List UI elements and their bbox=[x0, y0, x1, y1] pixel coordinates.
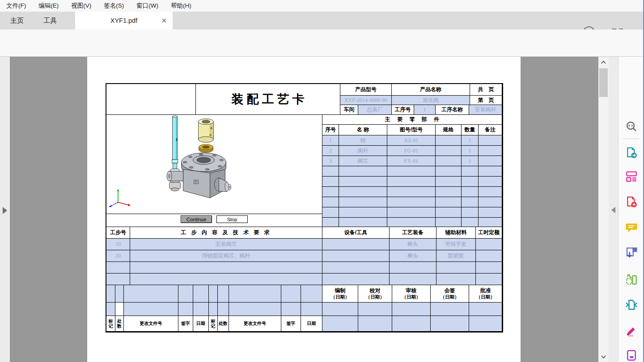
form-field[interactable] bbox=[390, 274, 436, 285]
form-field[interactable]: 阀芯 bbox=[339, 156, 387, 166]
create-pdf-icon[interactable] bbox=[624, 195, 639, 209]
form-field[interactable] bbox=[462, 177, 479, 187]
form-field[interactable] bbox=[339, 197, 387, 207]
form-field[interactable] bbox=[436, 218, 462, 227]
form-field[interactable] bbox=[462, 207, 479, 218]
form-field[interactable] bbox=[476, 250, 502, 262]
search-icon[interactable] bbox=[624, 119, 639, 134]
form-field[interactable] bbox=[462, 187, 479, 197]
form-field[interactable] bbox=[392, 303, 431, 316]
form-field[interactable] bbox=[469, 303, 502, 316]
form-field[interactable]: 10 bbox=[106, 239, 130, 250]
form-field[interactable]: 榔头 bbox=[390, 250, 436, 262]
form-field[interactable] bbox=[358, 316, 392, 332]
form-field[interactable] bbox=[479, 177, 502, 187]
form-field[interactable] bbox=[436, 146, 462, 156]
form-field[interactable]: 1 bbox=[462, 146, 479, 156]
form-field[interactable]: 2 bbox=[322, 146, 339, 156]
vertical-scrollbar[interactable] bbox=[598, 57, 609, 362]
form-field[interactable] bbox=[387, 187, 436, 197]
scroll-down-icon[interactable] bbox=[600, 353, 607, 361]
form-field[interactable] bbox=[106, 303, 115, 316]
form-field[interactable] bbox=[479, 207, 502, 218]
form-field[interactable] bbox=[479, 166, 502, 177]
form-field[interactable] bbox=[436, 177, 462, 187]
scroll-up-icon[interactable] bbox=[600, 59, 607, 66]
form-field[interactable]: 安装阀芯 bbox=[130, 239, 322, 250]
form-field[interactable]: 固塑胶 bbox=[436, 250, 476, 262]
form-field[interactable] bbox=[229, 285, 281, 303]
form-field[interactable]: 用销固定阀芯、阀杆 bbox=[130, 250, 322, 262]
form-field[interactable] bbox=[436, 197, 462, 207]
form-field[interactable]: 销 bbox=[339, 135, 387, 146]
form-field[interactable] bbox=[436, 187, 462, 197]
form-field[interactable] bbox=[178, 285, 193, 303]
form-field[interactable]: 3 bbox=[322, 156, 339, 166]
form-field[interactable] bbox=[339, 218, 387, 227]
form-field[interactable] bbox=[476, 262, 502, 274]
form-field[interactable] bbox=[106, 274, 130, 285]
form-field[interactable] bbox=[479, 135, 502, 146]
form-field[interactable]: 阀杆 bbox=[339, 146, 387, 156]
form-field[interactable] bbox=[339, 207, 387, 218]
scan-ocr-icon[interactable] bbox=[624, 272, 639, 286]
form-field[interactable] bbox=[178, 303, 193, 316]
tab-tools[interactable]: 工具 bbox=[38, 12, 63, 29]
menu-sign[interactable]: 签名(S) bbox=[104, 2, 124, 10]
form-field[interactable] bbox=[358, 303, 392, 316]
form-field[interactable] bbox=[387, 177, 436, 187]
form-field[interactable] bbox=[322, 303, 358, 316]
close-tab-icon[interactable] bbox=[161, 17, 167, 24]
tab-document[interactable]: XYF1.pdf bbox=[75, 12, 173, 29]
form-field[interactable] bbox=[124, 285, 178, 303]
form-field[interactable]: 劳保手套 bbox=[436, 239, 476, 250]
form-field[interactable] bbox=[115, 285, 124, 303]
comment-tool-icon[interactable] bbox=[624, 220, 639, 235]
form-field[interactable]: FX-01 bbox=[387, 156, 436, 166]
form-field[interactable] bbox=[431, 316, 469, 332]
form-field[interactable] bbox=[322, 177, 339, 187]
form-field[interactable] bbox=[218, 303, 229, 316]
form-field[interactable] bbox=[339, 187, 387, 197]
form-field[interactable] bbox=[479, 146, 502, 156]
scrollbar-thumb[interactable] bbox=[599, 68, 608, 97]
form-field[interactable] bbox=[387, 166, 436, 177]
organize-pages-icon[interactable] bbox=[624, 169, 639, 184]
form-field[interactable]: 20 bbox=[106, 250, 130, 262]
form-field[interactable] bbox=[339, 166, 387, 177]
form-field[interactable]: 1 bbox=[462, 135, 479, 146]
form-field[interactable] bbox=[322, 239, 390, 250]
form-field[interactable] bbox=[209, 303, 218, 316]
form-field[interactable] bbox=[462, 218, 479, 227]
form-field[interactable] bbox=[436, 156, 462, 166]
form-field[interactable] bbox=[301, 285, 322, 303]
form-field[interactable] bbox=[209, 285, 218, 303]
fill-and-sign-icon[interactable] bbox=[624, 323, 639, 337]
form-field[interactable]: 1 bbox=[462, 156, 479, 166]
product-model-field[interactable]: XYF-2014-0000-00 bbox=[340, 96, 392, 105]
form-field[interactable]: FG-01 bbox=[387, 146, 436, 156]
form-field[interactable] bbox=[462, 166, 479, 177]
form-field[interactable] bbox=[229, 303, 281, 316]
form-field[interactable] bbox=[106, 285, 115, 303]
form-field[interactable] bbox=[436, 274, 476, 285]
menu-edit[interactable]: 编辑(E) bbox=[38, 2, 59, 10]
form-field[interactable] bbox=[322, 166, 339, 177]
menu-window[interactable]: 窗口(W) bbox=[136, 2, 158, 10]
form-field[interactable]: 1 bbox=[322, 135, 339, 146]
process-no-field[interactable]: 1 bbox=[414, 105, 436, 115]
form-field[interactable] bbox=[390, 262, 436, 274]
form-field[interactable] bbox=[387, 218, 436, 227]
stop-button[interactable]: Stop bbox=[216, 215, 248, 223]
process-name-field[interactable]: 安装阀杆 bbox=[469, 105, 502, 115]
form-field[interactable] bbox=[469, 316, 502, 332]
product-name-field[interactable]: 泄压阀 bbox=[392, 96, 470, 105]
form-field[interactable] bbox=[124, 303, 178, 316]
form-field[interactable] bbox=[322, 250, 390, 262]
form-field[interactable] bbox=[218, 285, 229, 303]
form-field[interactable] bbox=[462, 197, 479, 207]
form-field[interactable] bbox=[130, 262, 322, 274]
form-field[interactable] bbox=[436, 135, 462, 146]
form-field[interactable] bbox=[281, 285, 301, 303]
form-field[interactable] bbox=[387, 197, 436, 207]
